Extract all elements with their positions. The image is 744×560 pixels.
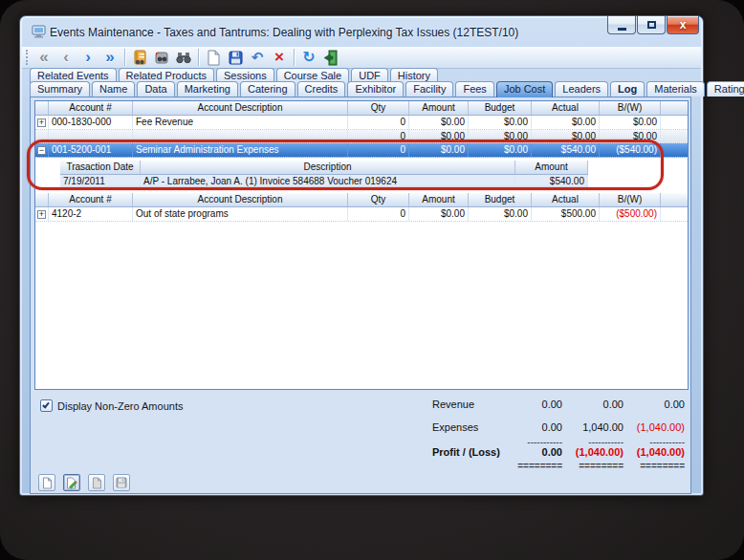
refresh-button[interactable]: ↻ [298, 48, 319, 67]
record-action-buttons [38, 474, 130, 491]
collapse-minus-icon[interactable]: − [37, 146, 46, 155]
tab-credits[interactable]: Credits [297, 81, 346, 97]
find-record-button[interactable] [151, 48, 172, 67]
cell-qty: 0 [348, 143, 409, 157]
col-amount[interactable]: Amount [409, 101, 469, 115]
tab-leaders[interactable]: Leaders [555, 81, 608, 97]
tab-exhibitor[interactable]: Exhibitor [347, 81, 404, 97]
cell-budget: $0.00 [469, 130, 532, 142]
col-actual[interactable]: Actual [532, 101, 600, 115]
undo-button[interactable]: ↶ [247, 48, 268, 67]
tab-fees[interactable]: Fees [455, 81, 493, 97]
toolbar: « ‹ › » [22, 47, 701, 69]
col-budget[interactable]: Budget [469, 101, 532, 115]
tab-log[interactable]: Log [610, 81, 645, 97]
lookup-contacts-button[interactable] [129, 48, 150, 67]
profit-actual-value: (1,040.00) [562, 446, 624, 459]
summary-equal-separator: ======== ======== ======== [432, 460, 685, 472]
save-disabled-icon [116, 477, 127, 488]
minimize-button[interactable] [607, 16, 636, 34]
cell-qty: 0 [348, 116, 409, 129]
table-row-out-of-state[interactable]: + 4120-2 Out of state programs 0 $0.00 $… [35, 207, 688, 222]
display-nonzero-row: Display Non-Zero Amounts [40, 399, 183, 412]
col-qty[interactable]: Qty [348, 101, 409, 115]
cell-budget: $0.00 [469, 207, 532, 221]
last-record-icon: » [105, 49, 114, 66]
nav-first-button[interactable]: « [33, 48, 55, 67]
save-icon [228, 50, 244, 66]
subcol-description[interactable]: Description [141, 161, 515, 174]
tab-name[interactable]: Name [92, 81, 135, 97]
app-window: Events Maintenance - Taxes and Tantrums:… [19, 15, 704, 496]
tab-summary[interactable]: Summary [30, 81, 90, 97]
col-qty[interactable]: Qty [348, 193, 409, 206]
grid-header-row: Account # Account Description Qty Amount… [35, 101, 688, 116]
delete-button[interactable]: × [269, 48, 290, 67]
table-row-fee-revenue[interactable]: + 000-1830-000 Fee Revenue 0 $0.00 $0.00… [35, 116, 688, 130]
tab-facility[interactable]: Facility [405, 81, 453, 97]
tab-marketing[interactable]: Marketing [177, 81, 238, 97]
cell-expand: + [35, 207, 49, 221]
save-record-button[interactable] [225, 48, 246, 67]
transaction-subtable: Trasaction Date Description Amount 7/19/… [60, 161, 588, 189]
col-amount[interactable]: Amount [409, 193, 469, 206]
edit-item-button[interactable] [63, 474, 80, 491]
tab-job-cost[interactable]: Job Cost [496, 81, 553, 97]
expand-plus-icon[interactable]: + [37, 118, 46, 127]
tab-ratings[interactable]: Ratings [707, 81, 744, 97]
search-button[interactable] [173, 48, 194, 67]
exit-door-icon [323, 50, 339, 66]
close-button[interactable]: x [667, 16, 699, 34]
col-account[interactable]: Account # [49, 193, 133, 206]
copy-item-button[interactable] [88, 474, 105, 491]
toolbar-grip-handle[interactable] [26, 50, 30, 65]
cell-amount: $0.00 [409, 143, 469, 157]
col-account[interactable]: Account # [49, 101, 133, 115]
nav-next-button[interactable]: › [77, 48, 98, 67]
display-nonzero-checkbox[interactable] [40, 399, 53, 412]
transaction-row[interactable]: 7/19/2011 A/P - Larrabee, Joan A. (1) In… [60, 175, 588, 189]
nav-previous-button[interactable]: ‹ [55, 48, 77, 67]
window-title: Events Maintenance - Taxes and Tantrums:… [50, 26, 518, 39]
col-description[interactable]: Account Description [133, 101, 348, 115]
new-record-button[interactable] [203, 48, 224, 67]
save-item-button[interactable] [113, 474, 130, 491]
cell-account: 001-5200-001 [49, 143, 133, 157]
summary-row-expenses: Expenses 0.00 1,040.00 (1,040.00) [432, 421, 685, 434]
new-item-button[interactable] [38, 474, 55, 491]
titlebar: Events Maintenance - Taxes and Tantrums:… [20, 16, 703, 47]
cell-description: Seminar Administration Expenses [133, 143, 348, 157]
tab-materials[interactable]: Materials [646, 81, 705, 97]
cell-description: Out of state programs [133, 207, 348, 221]
undo-icon: ↶ [252, 49, 264, 66]
subcol-transaction-date[interactable]: Trasaction Date [60, 161, 141, 174]
nav-last-button[interactable]: » [99, 48, 120, 67]
col-bw[interactable]: B/(W) [600, 101, 661, 115]
maximize-button[interactable] [637, 16, 666, 34]
col-description[interactable]: Account Description [133, 193, 348, 206]
cell-budget: $0.00 [469, 116, 532, 129]
display-nonzero-label: Display Non-Zero Amounts [57, 400, 183, 412]
tab-data[interactable]: Data [137, 81, 174, 97]
toolbar-separator [124, 49, 125, 66]
cell-account: 000-1830-000 [49, 116, 133, 129]
cell-account: 4120-2 [49, 207, 133, 221]
table-row-seminar-selected[interactable]: − 001-5200-001 Seminar Administration Ex… [35, 143, 688, 158]
cell-transaction-date: 7/19/2011 [60, 175, 141, 188]
col-budget[interactable]: Budget [469, 193, 532, 206]
col-actual[interactable]: Actual [532, 193, 600, 206]
cell-bw: $0.00 [600, 130, 661, 142]
new-document-icon [42, 477, 53, 489]
col-bw[interactable]: B/(W) [600, 193, 661, 206]
checkmark-icon [42, 401, 50, 409]
subcol-amount[interactable]: Amount [515, 161, 588, 174]
summary-row-profit-loss: Profit / (Loss) 0.00 (1,040.00) (1,040.0… [432, 446, 685, 459]
tab-catering[interactable]: Catering [240, 81, 295, 97]
table-row-subtotal[interactable]: 0 $0.00 $0.00 $0.00 $0.00 [35, 130, 688, 143]
cell-actual: $0.00 [532, 130, 600, 142]
window-controls: x [607, 16, 699, 34]
address-book-icon [132, 50, 148, 66]
cell-bw: ($500.00) [600, 207, 661, 221]
exit-button[interactable] [320, 48, 341, 67]
expand-plus-icon[interactable]: + [37, 210, 46, 219]
